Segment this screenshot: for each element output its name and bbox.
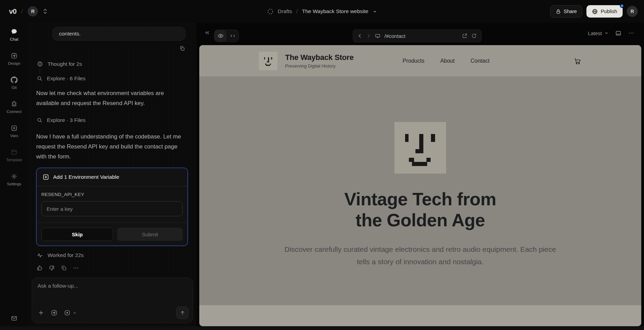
thumbs-up-icon[interactable] [37, 265, 43, 271]
template-icon [11, 149, 18, 156]
preview-eye-toggle[interactable] [214, 30, 227, 42]
breadcrumb-project-name[interactable]: The Wayback Store website [302, 8, 368, 14]
chevron-down-icon[interactable] [372, 9, 377, 14]
sidebar-item-chat[interactable]: Chat [0, 23, 28, 47]
assistant-paragraph: Now let me check what environment variab… [36, 88, 187, 108]
skip-button[interactable]: Skip [41, 228, 113, 241]
copy-message-icon[interactable] [179, 45, 185, 51]
brain-icon [37, 61, 43, 68]
puzzle-icon [11, 101, 18, 107]
site-logo-pixel-face [259, 52, 278, 70]
sidebar-item-connect[interactable]: Connect [0, 95, 28, 119]
model-icon [64, 309, 71, 316]
open-external-icon[interactable] [462, 33, 467, 39]
device-monitor-icon[interactable] [375, 33, 381, 39]
followup-input[interactable] [38, 283, 187, 303]
globe-icon [592, 9, 598, 14]
publish-notification-badge [620, 4, 624, 8]
forward-icon[interactable] [366, 33, 371, 38]
design-mode-icon[interactable] [51, 309, 58, 316]
model-selector[interactable] [64, 309, 77, 316]
thought-label: Thought for 2s [48, 61, 82, 67]
sidebar-item-label: Design [8, 61, 20, 65]
assistant-paragraph: Now I have a full understanding of the c… [36, 132, 187, 162]
explore-label: Explore · 6 Files [47, 75, 85, 82]
attach-plus-icon[interactable] [38, 309, 44, 316]
sidebar-item-git[interactable]: Git [0, 71, 28, 95]
step-connector [40, 69, 40, 74]
user-message-text: contents. [59, 31, 81, 37]
vars-icon [11, 125, 18, 132]
v0-logo[interactable]: v0 [9, 7, 16, 16]
breadcrumb-drafts[interactable]: Drafts [278, 8, 292, 14]
breadcrumb-slash: / [21, 8, 23, 15]
env-key-label: RESEND_API_KEY [41, 192, 183, 197]
sidebar-item-design[interactable]: Design [0, 47, 28, 71]
explore-label: Explore · 3 Files [47, 117, 85, 123]
sidebar-item-label: Settings [7, 182, 21, 186]
breadcrumb: Drafts / The Wayback Store website [267, 0, 377, 23]
user-avatar[interactable]: R [627, 6, 638, 17]
sidebar-item-template[interactable]: Template [0, 143, 28, 167]
nav-link-contact[interactable]: Contact [471, 58, 490, 64]
sidebar-item-label: Chat [10, 37, 18, 41]
layout-panel-icon[interactable] [615, 30, 622, 37]
explore-row-1[interactable]: Explore · 6 Files [37, 75, 85, 82]
sidebar-item-vars[interactable]: Vars [0, 119, 28, 143]
thought-row[interactable]: Thought for 2s [37, 61, 82, 68]
search-icon [37, 75, 43, 82]
back-icon[interactable] [358, 33, 362, 38]
env-variable-dialog: Add 1 Environment Variable RESEND_API_KE… [36, 168, 188, 246]
preview-address-bar[interactable]: /#contact [353, 29, 482, 42]
search-icon [37, 117, 43, 123]
followup-composer[interactable] [32, 278, 193, 323]
site-preview-frame: The Wayback Store Preserving Digital His… [199, 45, 641, 326]
feedback-mail-icon[interactable] [0, 315, 28, 322]
hero-pixel-face-image [394, 122, 446, 174]
github-icon [11, 76, 18, 83]
app-top-bar: v0 / R Drafts / The Wayback Store websit… [0, 0, 644, 23]
site-tagline: Preserving Digital History [285, 63, 354, 69]
env-key-input[interactable] [41, 201, 183, 216]
site-header: The Wayback Store Preserving Digital His… [199, 45, 641, 76]
more-actions-icon[interactable] [73, 265, 79, 271]
user-message-bubble: contents. [52, 27, 185, 41]
collapse-panel-icon[interactable] [204, 30, 210, 36]
workspace-switcher-icon[interactable] [43, 9, 48, 14]
chevron-down-icon [73, 311, 77, 315]
version-selector[interactable]: Latest [588, 30, 608, 36]
copy-icon[interactable] [61, 265, 67, 271]
drafts-icon [267, 8, 274, 15]
message-actions [37, 265, 79, 271]
version-label: Latest [588, 30, 602, 36]
publish-button[interactable]: Publish [586, 5, 623, 18]
submit-button[interactable]: Submit [117, 228, 183, 241]
sidebar-item-label: Vars [10, 134, 18, 138]
activity-pulse-icon [37, 252, 43, 259]
lock-icon [556, 9, 561, 14]
breadcrumb-separator: / [296, 8, 298, 15]
preview-url[interactable]: /#contact [384, 33, 458, 39]
nav-link-about[interactable]: About [440, 58, 455, 64]
explore-row-2[interactable]: Explore · 3 Files [37, 117, 85, 123]
share-button[interactable]: Share [550, 5, 583, 18]
site-title: The Wayback Store [285, 53, 354, 62]
gear-icon [11, 173, 18, 180]
design-icon [11, 52, 18, 59]
refresh-icon[interactable] [471, 33, 477, 39]
thumbs-down-icon[interactable] [49, 265, 55, 271]
site-brand[interactable]: The Wayback Store Preserving Digital His… [259, 52, 354, 70]
workspace-avatar[interactable]: R [28, 6, 38, 17]
preview-code-toggle [214, 30, 239, 42]
site-hero: Vintage Tech from the Golden Age Discove… [199, 122, 641, 268]
send-button[interactable] [176, 307, 189, 319]
nav-link-products[interactable]: Products [403, 58, 424, 64]
more-options-icon[interactable] [628, 30, 634, 36]
publish-label: Publish [601, 9, 617, 14]
share-label: Share [564, 9, 577, 14]
code-view-toggle[interactable] [227, 30, 239, 42]
site-nav: Products About Contact [403, 58, 490, 64]
preview-toolbar: /#contact Latest [197, 23, 644, 43]
cart-icon[interactable] [573, 57, 582, 65]
sidebar-item-settings[interactable]: Settings [0, 167, 28, 192]
